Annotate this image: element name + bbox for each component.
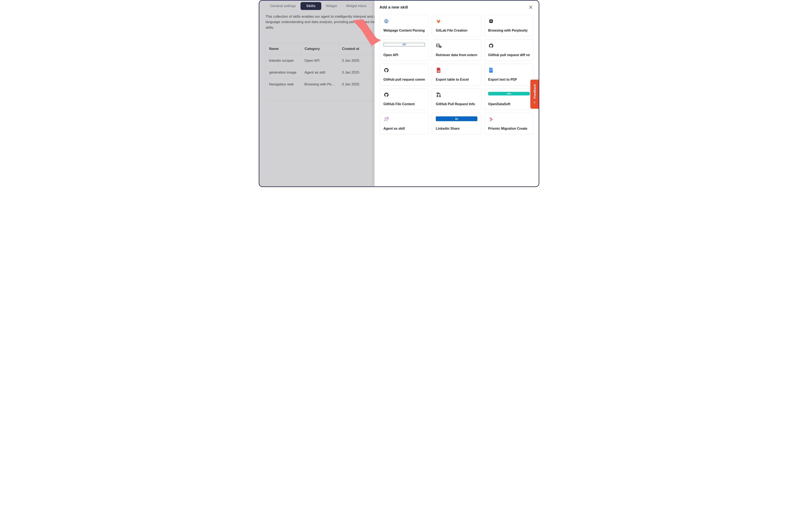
svg-rect-14 [489,118,492,119]
perplexity-icon [488,18,494,24]
close-icon [529,6,532,9]
skill-card-github-pr-diff[interactable]: GitHub pull request diff retriever [484,39,534,61]
skill-label: OpenDataSoft [488,102,530,106]
skill-label: Webpage Content Parsing [383,29,425,33]
skill-label: GitHub Pull Request Info [436,102,477,106]
app-frame: General settings Skills Widget Widget in… [259,0,539,187]
skill-label: Retriever data from external sources [436,53,477,57]
gitlab-icon [436,18,442,24]
svg-point-11 [439,96,440,97]
prismic-icon [488,116,494,122]
api-icon: API [383,43,425,46]
svg-rect-6 [437,71,440,72]
svg-point-4 [436,44,439,45]
svg-text:PDF: PDF [490,69,492,71]
skill-label: GitHub pull request comment [383,78,425,81]
skill-card-export-excel[interactable]: XLSX Export table to Excel [432,64,481,86]
svg-point-10 [437,96,438,97]
skill-card-prismic-migration[interactable]: Prismic Migration Create [484,113,534,134]
skill-label: Linkedin Share [436,127,477,131]
svg-point-9 [437,93,438,94]
svg-point-13 [387,117,388,118]
skill-card-gitlab-file-creation[interactable]: GitLab File Creation [432,15,481,36]
excel-icon: XLSX [436,67,442,73]
github-icon [383,67,389,73]
skill-card-open-api[interactable]: API Open API [379,39,429,61]
skill-label: Open API [383,53,425,57]
github-icon [383,92,389,98]
skill-card-github-pr-info[interactable]: GitHub Pull Request Info [432,88,481,110]
svg-rect-15 [490,119,493,120]
feedback-tab[interactable]: Feedback ☺ [530,80,539,109]
skill-card-opendatasoft[interactable]: ods OpenDataSoft [484,88,534,110]
github-icon [488,43,494,49]
skill-card-export-pdf[interactable]: PDF Export text to PDF [484,64,534,86]
skill-card-retriever-external[interactable]: Retriever data from external sources [432,39,481,61]
globe-parse-icon [383,18,389,24]
skill-label: Prismic Migration Create [488,127,530,131]
svg-text:XLSX: XLSX [437,70,440,71]
skill-label: Browsing with Perplexity [488,29,530,33]
skill-card-github-pr-comment[interactable]: GitHub pull request comment [379,64,429,86]
agent-icon [383,116,389,122]
database-icon [436,43,442,49]
skill-label: Export text to PDF [488,78,530,81]
feedback-label: Feedback [533,84,536,98]
svg-rect-16 [490,120,492,121]
skill-card-webpage-content-parsing[interactable]: Webpage Content Parsing [379,15,429,36]
panel-header: Add a new skill [379,4,534,15]
skill-card-browsing-perplexity[interactable]: Browsing with Perplexity [484,15,534,36]
close-button[interactable] [528,4,534,10]
svg-point-12 [385,117,386,119]
skill-label: GitLab File Creation [436,29,477,33]
skill-label: Agent as skill [383,127,425,131]
ods-icon: ods [488,92,530,95]
add-skill-panel: Add a new skill Webpage Content Parsing … [375,1,539,186]
skill-card-agent-as-skill[interactable]: Agent as skill [379,113,429,134]
skill-grid: Webpage Content Parsing GitLab File Crea… [379,15,534,134]
skill-card-github-file-content[interactable]: GitHub File Content [379,88,429,110]
skill-card-linkedin-share[interactable]: in Linkedin Share [432,113,481,134]
git-pr-icon [436,92,442,98]
skill-label: Export table to Excel [436,78,477,81]
feedback-icon: ☺ [533,100,536,104]
panel-title: Add a new skill [379,5,408,10]
skill-label: GitHub File Content [383,102,425,106]
skill-label: GitHub pull request diff retriever [488,53,530,57]
linkedin-icon: in [436,116,477,121]
pdf-icon: PDF [488,67,494,73]
